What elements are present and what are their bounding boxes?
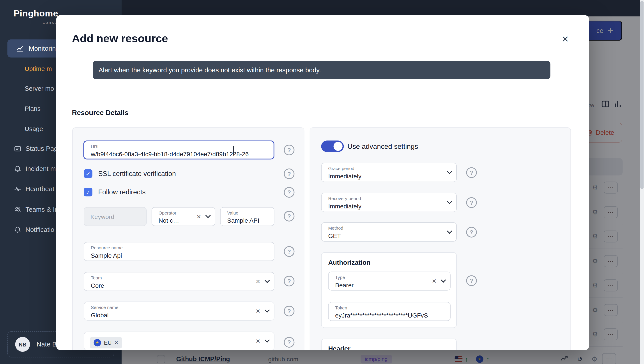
resource-details-panel: URL ? ✓ SSL certificate verification ? ✓… — [72, 127, 304, 350]
clear-icon[interactable]: ✕ — [256, 308, 260, 314]
keyword-alert-banner: Alert when the keyword you provide does … — [93, 61, 550, 79]
recovery-period-select[interactable]: Recovery period Immediately — [321, 193, 457, 212]
authorization-title: Authorization — [328, 259, 370, 266]
sidebar-item-label: Notificatio — [26, 226, 54, 233]
clear-icon[interactable]: ✕ — [256, 338, 260, 344]
sidebar-item-plans[interactable]: Plans — [25, 103, 41, 115]
follow-redirects-checkbox[interactable]: ✓ — [84, 188, 92, 196]
clear-icon[interactable]: ✕ — [432, 278, 436, 284]
toggle-knob — [334, 142, 342, 151]
chevron-down-icon — [264, 307, 270, 313]
line-chart-icon — [16, 45, 24, 52]
authorization-box: Authorization Type Bearer ✕ Token — [321, 252, 457, 328]
sidebar-subitem-label: Plans — [25, 105, 41, 113]
sidebar-item-notifications[interactable]: Notificatio — [14, 224, 54, 236]
service-name-label: Service name — [91, 305, 118, 310]
sidebar-item-label: Heartbeat — [26, 185, 54, 193]
page-scrollbar[interactable] — [640, 0, 644, 364]
chip-remove-icon[interactable]: ✕ — [114, 340, 118, 345]
sidebar-subitem-label: Server mo — [25, 85, 54, 93]
ssl-checkbox[interactable]: ✓ — [84, 169, 92, 178]
advanced-settings-toggle[interactable] — [321, 141, 344, 152]
team-value: Core — [91, 282, 248, 289]
url-input[interactable] — [84, 141, 273, 159]
team-label: Team — [91, 275, 102, 280]
eu-flag-icon: ★ — [94, 339, 101, 346]
bell-icon — [14, 226, 22, 233]
url-field[interactable]: URL — [84, 141, 274, 159]
chevron-down-icon — [447, 228, 452, 234]
recovery-period-value: Immediately — [328, 202, 430, 209]
help-icon[interactable]: ? — [284, 276, 294, 286]
help-icon[interactable]: ? — [466, 197, 477, 208]
help-icon[interactable]: ? — [284, 337, 294, 348]
operator-value: Not c… — [158, 217, 192, 224]
modal-title: Add new resource — [72, 33, 168, 45]
service-name-select[interactable]: Service name Global ✕ — [84, 301, 274, 320]
header-box: Header — [321, 338, 457, 350]
recovery-period-label: Recovery period — [328, 196, 361, 201]
sidebar-item-heartbeats[interactable]: Heartbeat — [14, 183, 54, 195]
help-icon[interactable]: ? — [466, 275, 477, 286]
help-icon[interactable]: ? — [284, 246, 294, 257]
team-select[interactable]: Team Core ✕ — [84, 272, 274, 291]
sidebar-item-usage[interactable]: Usage — [25, 123, 43, 135]
help-icon[interactable]: ? — [466, 227, 477, 238]
auth-type-value: Bearer — [335, 281, 424, 288]
close-icon[interactable]: ✕ — [559, 33, 571, 46]
chevron-down-icon — [447, 169, 452, 174]
sidebar-item-teams[interactable]: Teams & In — [14, 204, 58, 215]
method-select[interactable]: Method GET — [321, 222, 457, 241]
value-field[interactable]: Value — [220, 207, 274, 226]
operator-select[interactable]: Operator Not c… ✕ — [152, 207, 215, 226]
sidebar-subitem-label: Uptime m — [25, 65, 52, 73]
operator-label: Operator — [158, 210, 176, 215]
sidebar-item-incident-management[interactable]: Incident m — [14, 163, 56, 175]
sidebar-item-server-monitors[interactable]: Server mo — [25, 83, 54, 95]
ssl-label: SSL certificate verification — [98, 170, 176, 178]
help-icon[interactable]: ? — [284, 306, 294, 316]
clear-icon[interactable]: ✕ — [196, 213, 201, 220]
bell-icon — [14, 165, 22, 173]
advanced-settings-label: Use advanced settings — [348, 143, 418, 151]
sidebar-item-status-pages[interactable]: Status Pag — [14, 143, 58, 155]
region-chip-label: EU — [104, 340, 112, 346]
auth-type-select[interactable]: Type Bearer ✕ — [328, 271, 450, 290]
sidebar-item-label: Incident m — [26, 165, 56, 173]
header-title: Header — [328, 345, 350, 350]
chevron-down-icon — [264, 337, 270, 343]
token-input[interactable] — [328, 302, 450, 321]
help-icon[interactable]: ? — [284, 211, 294, 222]
grace-period-select[interactable]: Grace period Immediately — [321, 163, 457, 182]
sidebar-item-label: Teams & In — [26, 206, 58, 213]
help-icon[interactable]: ? — [284, 169, 294, 179]
user-name: Nate B — [36, 340, 57, 348]
help-icon[interactable]: ? — [466, 167, 477, 178]
method-value: GET — [328, 232, 430, 239]
help-icon[interactable]: ? — [284, 187, 294, 198]
service-name-value: Global — [91, 311, 248, 318]
follow-redirects-label: Follow redirects — [98, 188, 146, 196]
resource-name-field[interactable]: Resource name — [84, 242, 274, 261]
text-cursor — [233, 146, 234, 155]
sidebar-item-uptime-monitors[interactable]: Uptime m — [25, 63, 52, 75]
scrollbar-thumb[interactable] — [640, 1, 644, 189]
sidebar-subitem-label: Usage — [25, 125, 43, 133]
chevron-down-icon — [447, 199, 452, 204]
help-icon[interactable]: ? — [284, 145, 294, 155]
regions-multiselect[interactable]: ★ EU ✕ ✕ — [84, 331, 274, 350]
resource-name-input[interactable] — [84, 242, 274, 261]
clear-icon[interactable]: ✕ — [256, 278, 260, 285]
chevron-down-icon — [264, 278, 270, 283]
chevron-down-icon — [206, 213, 211, 218]
status-page-icon — [14, 145, 22, 153]
avatar: NB — [15, 337, 30, 352]
value-input[interactable] — [220, 208, 274, 226]
add-resource-modal: Add new resource ✕ Alert when the keywor… — [56, 15, 589, 350]
banner-text: Alert when the keyword you provide does … — [98, 66, 321, 74]
token-field[interactable]: Token — [328, 302, 450, 321]
method-label: Method — [328, 225, 343, 231]
region-chip: ★ EU ✕ — [90, 337, 122, 349]
grace-period-value: Immediately — [328, 173, 430, 180]
keyword-input[interactable] — [84, 207, 147, 226]
